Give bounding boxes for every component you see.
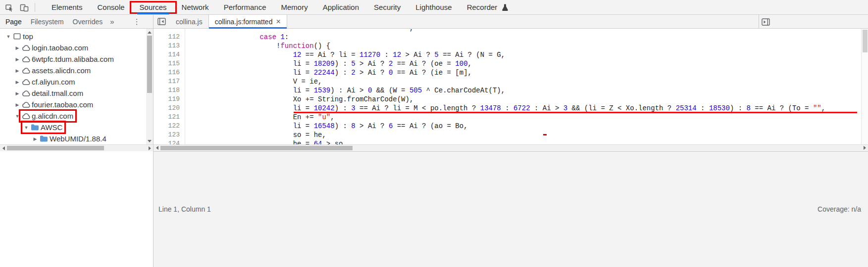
- code-text[interactable]: li = 10242) : 3 == Ai ? li = M < po.leng…: [185, 104, 861, 113]
- sub-toolbar: PageFilesystemOverrides»⋮ collina.jscoll…: [0, 15, 868, 29]
- main-tab-console[interactable]: Console: [90, 0, 132, 14]
- sidebar-vscroll-thumb[interactable]: [147, 36, 152, 93]
- close-icon[interactable]: ×: [276, 18, 280, 26]
- tree-item-awsc[interactable]: ▼AWSC: [0, 122, 146, 133]
- main-tab-application[interactable]: Application: [315, 0, 366, 14]
- main-tab-label: Network: [182, 3, 209, 11]
- tree-item-top[interactable]: ▼top: [0, 31, 146, 42]
- line-number[interactable]: 118: [153, 86, 185, 95]
- code-text[interactable]: case 1:: [185, 33, 861, 42]
- line-number[interactable]: 119: [153, 95, 185, 104]
- folder-icon: [39, 135, 49, 142]
- line-number[interactable]: 117: [153, 77, 185, 86]
- scroll-down-arrow-icon[interactable]: [146, 137, 153, 144]
- device-toolbar-icon[interactable]: [19, 2, 30, 13]
- tree-collapsed-arrow-icon[interactable]: ▶: [14, 80, 21, 85]
- tree-collapsed-arrow-icon[interactable]: ▶: [14, 102, 21, 107]
- tree-collapsed-arrow-icon[interactable]: ▶: [14, 45, 21, 50]
- tree-expanded-arrow-icon[interactable]: ▼: [23, 125, 30, 130]
- code-text[interactable]: ,: [185, 29, 861, 33]
- editor-vscroll-thumb[interactable]: [863, 30, 868, 52]
- tree-item-login-taobao-com[interactable]: ▶login.taobao.com: [0, 42, 146, 53]
- line-number[interactable]: 123: [153, 131, 185, 139]
- code-text[interactable]: Xo += String.fromCharCode(W),: [185, 95, 861, 104]
- line-number[interactable]: 115: [153, 59, 185, 68]
- editor-tab-collina-js[interactable]: collina.js: [170, 15, 208, 28]
- code-text[interactable]: En += "u",: [185, 113, 861, 122]
- line-number[interactable]: 114: [153, 50, 185, 59]
- tree-collapsed-arrow-icon[interactable]: ▶: [14, 68, 21, 73]
- cloud-icon: [21, 101, 31, 108]
- tree-item-6wtpfc-tdum-alibaba-com[interactable]: ▶6wtpfc.tdum.alibaba.com: [0, 53, 146, 65]
- scroll-right-arrow-icon[interactable]: [146, 145, 153, 151]
- editor-tab-collina-js-formatted[interactable]: collina.js:formatted×: [208, 15, 287, 29]
- code-area[interactable]: ,112 case 1:113 !function() {114 12 == A…: [153, 29, 861, 144]
- code-line-116: 116 li = 22244) : 2 > Ai ? 0 == Ai ? (ie…: [153, 68, 861, 77]
- more-options-icon[interactable]: ⋮: [130, 17, 144, 26]
- navigator-toggle-icon[interactable]: [153, 15, 170, 28]
- line-number[interactable]: 113: [153, 42, 185, 50]
- tree-item-webumid-1-88-4[interactable]: ▶WebUMID/1.88.4: [0, 133, 146, 144]
- main-tab-lighthouse[interactable]: Lighthouse: [408, 0, 459, 14]
- tree-expanded-arrow-icon[interactable]: ▼: [5, 34, 12, 39]
- line-number[interactable]: 120: [153, 104, 185, 113]
- tree-item-assets-alicdn-com[interactable]: ▶assets.alicdn.com: [0, 65, 146, 76]
- navigator-tab-filesystem[interactable]: Filesystem: [26, 18, 68, 26]
- tree-item-detail-tmall-com[interactable]: ▶detail.tmall.com: [0, 88, 146, 99]
- cloud-icon: [21, 89, 31, 97]
- line-number[interactable]: 121: [153, 113, 185, 122]
- code-text[interactable]: li = 1539) : Ai > 0 && (W = 505 ^ Ce.cha…: [185, 86, 861, 95]
- tree-item-label: AWSC: [40, 123, 62, 132]
- code-text[interactable]: he = 64 > so,: [185, 139, 861, 144]
- inspect-icon[interactable]: [4, 2, 15, 13]
- tree-collapsed-arrow-icon[interactable]: ▶: [14, 57, 21, 62]
- editor-vertical-scrollbar[interactable]: [861, 29, 868, 144]
- code-text[interactable]: li = 18209) : 5 > Ai ? 2 == Ai ? (oe = 1…: [185, 59, 861, 68]
- navigator-tab-overrides[interactable]: Overrides: [68, 18, 107, 26]
- main-tab-elements[interactable]: Elements: [44, 0, 90, 14]
- flask-icon: [500, 3, 510, 11]
- main-tab-label: Recorder: [467, 3, 498, 11]
- main-tab-sources[interactable]: Sources: [132, 0, 174, 14]
- main-tab-memory[interactable]: Memory: [274, 0, 315, 14]
- editor-tab-label: collina.js:formatted: [215, 18, 273, 26]
- sidebar-horizontal-scrollbar[interactable]: [0, 144, 153, 151]
- code-line-partial: ,: [153, 29, 861, 33]
- code-text[interactable]: 12 == Ai ? li = 11270 : 12 > Ai ? 5 == A…: [185, 50, 861, 59]
- tree-collapsed-arrow-icon[interactable]: ▶: [14, 91, 21, 96]
- sidebar-hscroll-thumb[interactable]: [7, 146, 104, 150]
- main-tab-recorder[interactable]: Recorder: [460, 0, 518, 14]
- line-number[interactable]: 116: [153, 68, 185, 77]
- tree-item-g-alicdn-com[interactable]: ▼g.alicdn.com: [0, 110, 146, 122]
- editor-horizontal-scrollbar[interactable]: [153, 144, 868, 151]
- editor-hscroll-thumb[interactable]: [160, 146, 353, 150]
- main-tab-performance[interactable]: Performance: [216, 0, 274, 14]
- tree-item-fourier-taobao-com[interactable]: ▶fourier.taobao.com: [0, 99, 146, 110]
- code-text[interactable]: V = ie,: [185, 77, 861, 86]
- debugger-panel-toggle-icon[interactable]: [762, 18, 770, 26]
- tree-item-label: cf.aliyun.com: [31, 78, 75, 86]
- sidebar-vertical-scrollbar[interactable]: [146, 29, 153, 144]
- scroll-right-arrow-icon[interactable]: [861, 145, 868, 151]
- tree-item-body: assets.alicdn.com: [21, 65, 91, 76]
- scroll-left-arrow-icon[interactable]: [153, 145, 160, 151]
- main-tab-security[interactable]: Security: [366, 0, 408, 14]
- scroll-up-arrow-icon[interactable]: [146, 29, 153, 36]
- scroll-left-arrow-icon[interactable]: [0, 145, 7, 151]
- more-tabs-chevron-icon[interactable]: »: [107, 17, 117, 26]
- navigator-tab-page[interactable]: Page: [1, 18, 26, 26]
- code-text[interactable]: li = 16548) : 8 > Ai ? 6 == Ai ? (ao = B…: [185, 122, 861, 131]
- main-tab-label: Lighthouse: [415, 3, 452, 11]
- line-number[interactable]: 124: [153, 139, 185, 144]
- code-text[interactable]: !function() {: [185, 42, 861, 50]
- tree-item-cf-aliyun-com[interactable]: ▶cf.aliyun.com: [0, 76, 146, 88]
- line-number[interactable]: 112: [153, 33, 185, 42]
- tree-expanded-arrow-icon[interactable]: ▼: [14, 114, 21, 119]
- line-number[interactable]: [153, 29, 185, 33]
- code-text[interactable]: li = 22244) : 2 > Ai ? 0 == Ai ? (ie = […: [185, 68, 861, 77]
- tree-collapsed-arrow-icon[interactable]: ▶: [32, 136, 39, 141]
- main-tab-network[interactable]: Network: [174, 0, 216, 14]
- code-text[interactable]: so = he,: [185, 131, 861, 139]
- code-line-119: 119 Xo += String.fromCharCode(W),: [153, 95, 861, 104]
- line-number[interactable]: 122: [153, 122, 185, 131]
